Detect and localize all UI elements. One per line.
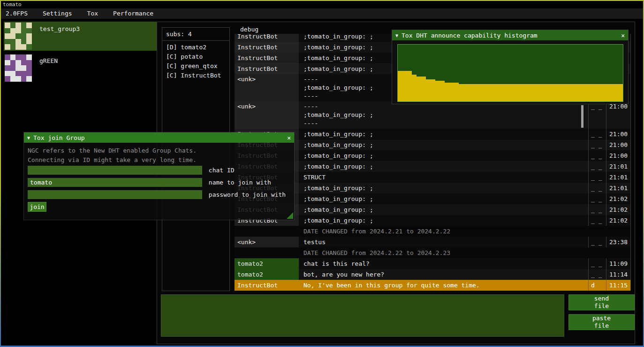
- message-row[interactable]: tomato2chat is this real?_ _11:09: [235, 258, 630, 269]
- join-name-input[interactable]: [28, 178, 202, 187]
- close-icon[interactable]: ✕: [283, 134, 291, 141]
- histogram-bar: [538, 84, 543, 102]
- date-separator: DATE CHANGED from 2024.2.21 to 2024.2.22: [235, 226, 630, 237]
- avatar-pixel: [10, 65, 16, 71]
- message-row[interactable]: <unk>testus_ _23:38: [235, 237, 630, 247]
- avatar-pixel: [15, 76, 21, 82]
- group-name: gREEN: [39, 57, 58, 65]
- histogram-bar: [562, 84, 567, 102]
- paste-file-button[interactable]: paste file: [568, 314, 635, 330]
- avatar-pixel: [26, 71, 32, 77]
- message-author: tomato2: [235, 258, 299, 269]
- message-author: InstructBot: [235, 42, 299, 53]
- message-status: _ _: [588, 139, 606, 150]
- title-bar: tomato: [1, 1, 643, 8]
- avatar-pixel: [21, 60, 27, 66]
- menu-item-settings[interactable]: Settings: [38, 8, 77, 19]
- avatar-pixel: [15, 39, 21, 45]
- message-time: 21:00: [606, 129, 630, 139]
- avatar-pixel: [5, 54, 10, 60]
- message-time: 21:02: [606, 215, 630, 226]
- collapse-arrow-icon[interactable]: ▼: [395, 33, 398, 38]
- histogram-bar: [515, 84, 520, 102]
- avatar-pixel: [26, 65, 32, 71]
- message-status: d: [588, 280, 606, 291]
- avatar-pixel: [21, 54, 27, 60]
- avatar-pixel: [21, 76, 27, 82]
- histogram-bar: [543, 84, 548, 102]
- avatar-pixel: [15, 71, 21, 77]
- chat-id-label: chat ID: [209, 166, 235, 175]
- join-name-row: name to join with: [28, 178, 271, 187]
- chat-debug-header[interactable]: debug: [240, 26, 258, 33]
- resize-grip-icon[interactable]: [287, 212, 293, 219]
- histogram-bar: [553, 84, 557, 102]
- histogram-bar: [599, 84, 604, 102]
- message-status: _ _: [588, 269, 606, 280]
- message-row[interactable]: tomato2bot, are you new here?_ _11:14: [235, 269, 630, 280]
- group-item-test_group3[interactable]: test_group3: [4, 22, 162, 51]
- chat-id-input[interactable]: [28, 166, 202, 175]
- message-row[interactable]: <unk>---- ;tomato_in_group: ; ----_ _21:…: [235, 101, 630, 129]
- avatar-pixel: [10, 54, 16, 60]
- chat-scrollbar-thumb[interactable]: [581, 105, 583, 128]
- histogram-bar: [440, 81, 445, 101]
- message-status: _ _: [588, 183, 606, 193]
- histogram-bar: [473, 84, 477, 102]
- group-item-gREEN[interactable]: gREEN: [4, 54, 162, 83]
- histogram-bar: [604, 84, 609, 102]
- histogram-bar: [581, 84, 585, 102]
- join-group-title: Tox join Group: [33, 134, 283, 141]
- histogram-bar: [468, 84, 473, 102]
- member-item[interactable]: [D] tomato2: [166, 43, 226, 52]
- message-text: ---- ;tomato_in_group: ; ----: [299, 101, 588, 129]
- chat-id-row: chat ID: [28, 166, 235, 175]
- avatar-pixel: [5, 28, 10, 34]
- menu-item-tox[interactable]: Tox: [83, 8, 103, 19]
- histogram-bar: [496, 84, 501, 102]
- avatar-pixel: [5, 65, 10, 71]
- message-time: 21:02: [606, 204, 630, 215]
- histogram-bar: [520, 84, 524, 102]
- avatar-pixel: [10, 76, 16, 82]
- date-separator: DATE CHANGED from 2024.2.22 to 2024.2.23: [235, 247, 630, 258]
- avatar-pixel: [21, 28, 27, 34]
- send-file-button[interactable]: send file: [568, 294, 635, 310]
- histogram-bar: [398, 71, 402, 101]
- message-status: _ _: [588, 258, 606, 269]
- member-item[interactable]: [C] potato: [166, 52, 226, 62]
- tomato-app: { "window": {"title": "tomato"}, "menu":…: [0, 0, 644, 347]
- message-text: ;tomato_in_group: ;: [299, 150, 588, 161]
- histogram-bar: [463, 84, 468, 102]
- avatar-pixel: [15, 44, 21, 50]
- join-note-line2: Connecting via ID might take a very long…: [28, 156, 197, 164]
- member-item[interactable]: [C] InstructBot: [166, 71, 226, 80]
- collapse-arrow-icon[interactable]: ▼: [27, 135, 30, 140]
- avatar-pixel: [10, 23, 16, 28]
- avatar-pixel: [26, 28, 32, 34]
- avatar-pixel: [21, 71, 27, 77]
- histogram-bar: [548, 84, 553, 102]
- close-icon[interactable]: ✕: [617, 32, 625, 39]
- join-button[interactable]: join: [28, 202, 46, 212]
- join-password-input[interactable]: [28, 190, 202, 199]
- member-item[interactable]: [C] green_qtox: [166, 62, 226, 71]
- histogram-bar: [492, 84, 496, 102]
- fps-counter: 2.0FPS: [1, 8, 32, 19]
- avatar-pixel: [26, 76, 32, 82]
- message-text: ;tomato_in_group: ;: [299, 215, 588, 226]
- histogram-bar: [417, 77, 421, 101]
- avatar-pixel: [10, 44, 16, 50]
- histogram-bar: [529, 84, 534, 102]
- histogram-bar: [445, 83, 449, 101]
- message-text: No, I've been in this group for quite so…: [299, 280, 588, 291]
- message-text: ;tomato_in_group: ;: [299, 139, 588, 150]
- avatar-pixel: [5, 76, 10, 82]
- message-row[interactable]: InstructBotNo, I've been in this group f…: [235, 280, 630, 291]
- menu-item-performance[interactable]: Performance: [108, 8, 158, 19]
- histogram-bar: [534, 84, 538, 102]
- message-time: 21:00: [606, 150, 630, 161]
- histogram-bar: [506, 84, 510, 102]
- histogram-bar: [426, 79, 431, 101]
- message-input[interactable]: [161, 294, 564, 337]
